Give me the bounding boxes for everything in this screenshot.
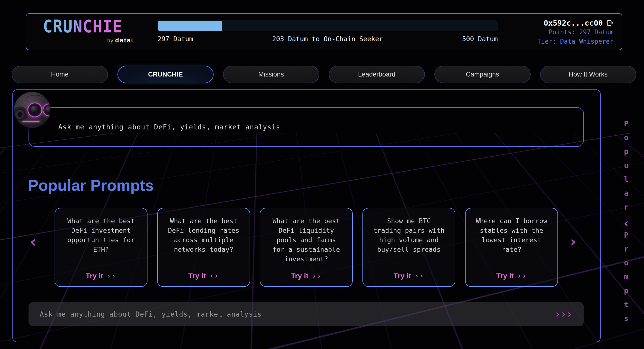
robot-head — [14, 92, 50, 128]
progress-current-label: 297 Datum — [158, 35, 193, 43]
prompt-text: Where can I borrow stables with the lowe… — [475, 216, 548, 254]
try-it-button[interactable]: Try it›› — [394, 272, 424, 280]
assistant-greeting-text: Ask me anything about DeFi, yields, mark… — [58, 123, 280, 131]
try-it-button[interactable]: Try it›› — [86, 272, 116, 280]
wallet-summary: 0x592c...cc00 Points: 297 Datum Tier: Da… — [537, 18, 614, 46]
prompt-text: Show me BTC trading pairs with high volu… — [373, 216, 445, 254]
chevrons-icon: ›› — [414, 272, 424, 280]
progress-next-tier-label: 203 Datum to On-Chain Seeker — [272, 35, 383, 43]
rail-word-popular: Popular — [622, 120, 630, 217]
robot-mouth — [21, 121, 41, 122]
brand-byline: by datai — [43, 36, 134, 44]
crunchie-app: CRUNCHIE by datai 297 Datum 203 Datum to… — [0, 0, 644, 349]
header-card: CRUNCHIE by datai 297 Datum 203 Datum to… — [26, 13, 622, 50]
carousel-prev-arrow[interactable]: ‹ — [30, 234, 36, 249]
datum-progress: 297 Datum 203 Datum to On-Chain Seeker 5… — [158, 20, 498, 43]
rail-scroll-arrow[interactable]: ‹ — [624, 218, 629, 228]
prompt-card-eth-investment[interactable]: What are the best DeFi investment opport… — [54, 208, 148, 287]
datum-progress-bar — [158, 20, 498, 31]
chevrons-icon: ›› — [209, 272, 219, 280]
crunchie-panel: Ask me anything about DeFi, yields, mark… — [12, 90, 600, 342]
wallet-tier: Tier: Data Whisperer — [537, 37, 614, 46]
prompt-card-list: What are the best DeFi investment opport… — [54, 208, 558, 287]
assistant-greeting-bubble: Ask me anything about DeFi, yields, mark… — [28, 107, 584, 147]
crunchie-logo: CRUNCHIE by datai — [43, 18, 134, 44]
nav-item-how-it-works[interactable]: How It Works — [540, 66, 636, 83]
logout-icon[interactable] — [606, 19, 614, 26]
popular-prompts-rail: Popular ‹ Prompts — [620, 120, 632, 328]
try-it-button[interactable]: Try it›› — [188, 272, 219, 280]
datum-progress-fill — [158, 21, 222, 31]
prompt-card-btc-pairs[interactable]: Show me BTC trading pairs with high volu… — [362, 208, 455, 287]
robot-eye-right — [43, 104, 50, 116]
brand-name: datai — [115, 36, 134, 44]
brand-accent-letter: i — [131, 36, 134, 44]
send-button[interactable]: ››› — [556, 309, 573, 319]
logo-wordmark: CRUNCHIE — [43, 18, 134, 35]
popular-prompts-title: Popular Prompts — [28, 176, 154, 194]
prompt-text: What are the best DeFi lending rates acr… — [168, 216, 240, 254]
progress-labels: 297 Datum 203 Datum to On-Chain Seeker 5… — [158, 35, 498, 43]
nav-item-leaderboard[interactable]: Leaderboard — [329, 66, 425, 83]
wallet-points: Points: 297 Datum — [537, 28, 614, 36]
prompt-card-lending-rates[interactable]: What are the best DeFi lending rates acr… — [157, 208, 250, 287]
chevrons-icon: ›› — [517, 272, 527, 280]
try-it-button[interactable]: Try it›› — [496, 272, 527, 280]
wallet-address-row[interactable]: 0x592c...cc00 — [537, 18, 614, 27]
prompt-card-borrow-stables[interactable]: Where can I borrow stables with the lowe… — [465, 208, 558, 287]
chevrons-icon: ›› — [106, 272, 116, 280]
robot-ear — [14, 106, 28, 122]
nav-item-missions[interactable]: Missions — [223, 66, 319, 83]
wallet-address[interactable]: 0x592c...cc00 — [544, 18, 603, 27]
nav-item-home[interactable]: Home — [12, 66, 108, 83]
chat-input[interactable] — [39, 310, 556, 318]
robot-eye-left — [28, 102, 42, 117]
progress-max-label: 500 Datum — [462, 35, 498, 43]
chevrons-icon: ›› — [312, 272, 322, 280]
prompt-text: What are the best DeFi liquidity pools a… — [270, 216, 342, 264]
main-nav: Home CRUNCHIE Missions Leaderboard Campa… — [12, 66, 636, 83]
nav-item-campaigns[interactable]: Campaigns — [434, 66, 531, 83]
nav-item-crunchie[interactable]: CRUNCHIE — [118, 66, 214, 83]
carousel-next-arrow[interactable]: › — [570, 234, 576, 249]
chat-composer: ››› — [28, 302, 584, 326]
rail-word-prompts: Prompts — [622, 231, 630, 328]
robot-avatar — [14, 92, 50, 128]
try-it-button[interactable]: Try it›› — [291, 272, 322, 280]
prompt-card-liquidity-pools[interactable]: What are the best DeFi liquidity pools a… — [260, 208, 353, 287]
byline-prefix: by — [107, 38, 113, 44]
prompt-text: What are the best DeFi investment opport… — [65, 216, 137, 254]
